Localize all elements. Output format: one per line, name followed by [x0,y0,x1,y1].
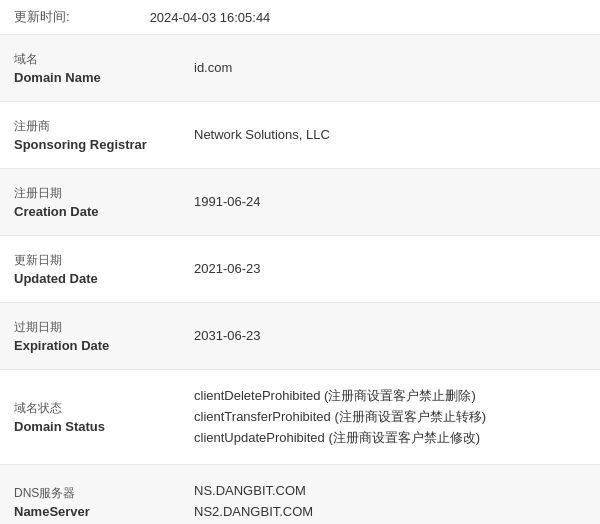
value-col: NS.DANGBIT.COMNS2.DANGBIT.COM [180,475,600,524]
label-col: 域名Domain Name [0,45,180,91]
label-zh: 注册日期 [14,185,166,202]
label-zh: 更新日期 [14,252,166,269]
value-col: Network Solutions, LLC [180,112,600,158]
label-en: Domain Status [14,419,166,434]
value-col: id.com [180,45,600,91]
label-en: Domain Name [14,70,166,85]
update-value: 2024-04-03 16:05:44 [150,10,271,25]
label-col: DNS服务器NameServer [0,475,180,524]
label-zh: 域名 [14,51,166,68]
value-line: clientTransferProhibited (注册商设置客户禁止转移) [194,407,586,428]
value-col: 2021-06-23 [180,246,600,292]
label-en: Updated Date [14,271,166,286]
info-row: 注册商Sponsoring RegistrarNetwork Solutions… [0,102,600,169]
info-row: DNS服务器NameServerNS.DANGBIT.COMNS2.DANGBI… [0,465,600,524]
label-en: Creation Date [14,204,166,219]
value-col: 2031-06-23 [180,313,600,359]
info-row: 注册日期Creation Date1991-06-24 [0,169,600,236]
label-zh: DNS服务器 [14,485,166,502]
label-col: 注册日期Creation Date [0,179,180,225]
info-row: 更新日期Updated Date2021-06-23 [0,236,600,303]
label-col: 更新日期Updated Date [0,246,180,292]
value-line: clientUpdateProhibited (注册商设置客户禁止修改) [194,428,586,449]
update-label: 更新时间: [14,8,70,26]
label-col: 过期日期Expiration Date [0,313,180,359]
label-en: Sponsoring Registrar [14,137,166,152]
value-col: 1991-06-24 [180,179,600,225]
label-zh: 注册商 [14,118,166,135]
label-zh: 过期日期 [14,319,166,336]
value-line: NS2.DANGBIT.COM [194,502,586,523]
label-zh: 域名状态 [14,400,166,417]
info-row: 域名Domain Nameid.com [0,35,600,102]
value-col: clientDeleteProhibited (注册商设置客户禁止删除)clie… [180,380,600,454]
label-en: Expiration Date [14,338,166,353]
info-row: 过期日期Expiration Date2031-06-23 [0,303,600,370]
value-line: clientDeleteProhibited (注册商设置客户禁止删除) [194,386,586,407]
value-line: NS.DANGBIT.COM [194,481,586,502]
label-col: 域名状态Domain Status [0,380,180,454]
update-time-row: 更新时间: 2024-04-03 16:05:44 [0,0,600,35]
info-row: 域名状态Domain StatusclientDeleteProhibited … [0,370,600,465]
label-col: 注册商Sponsoring Registrar [0,112,180,158]
label-en: NameServer [14,504,166,519]
